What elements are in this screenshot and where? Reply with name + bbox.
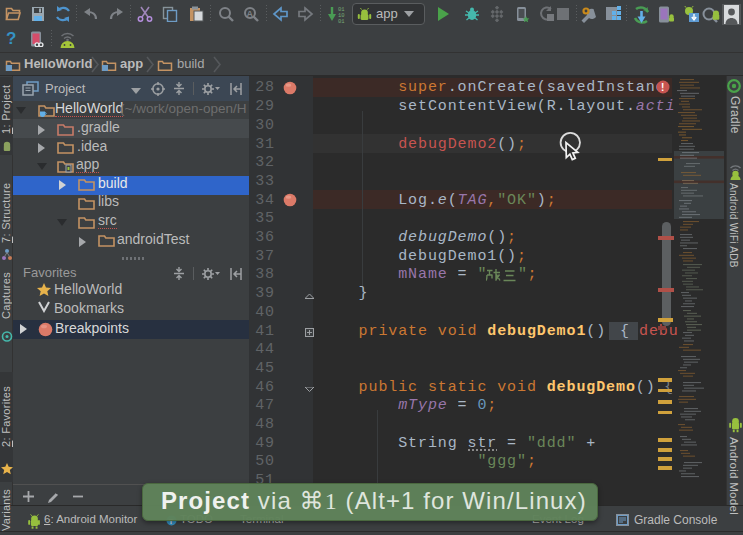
svg-text:!: ! <box>661 82 664 93</box>
svg-text:A: A <box>247 9 254 19</box>
svg-text:01: 01 <box>338 18 345 24</box>
